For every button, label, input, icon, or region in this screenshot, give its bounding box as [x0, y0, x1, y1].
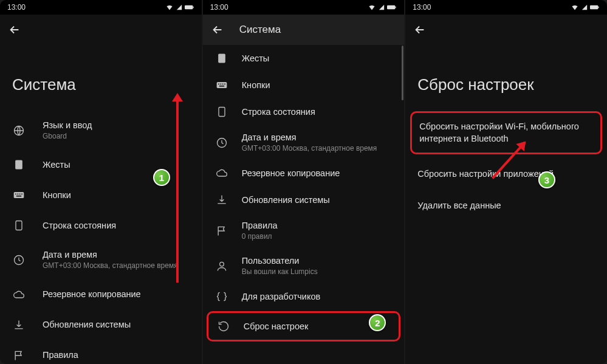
list-item-update[interactable]: Обновления системы: [0, 310, 202, 340]
signal-icon: [379, 4, 385, 11]
clock-icon: [12, 253, 26, 267]
list-item-buttons[interactable]: Кнопки: [0, 180, 202, 210]
download-icon: [215, 193, 228, 207]
item-label: Правила: [43, 349, 78, 361]
item-label: Кнопки: [242, 80, 270, 91]
keyboard-icon: [12, 188, 26, 202]
svg-rect-5: [15, 194, 16, 195]
wifi-icon: [368, 4, 376, 11]
battery-icon: [387, 4, 397, 10]
list-item-statusbar[interactable]: Строка состояния: [203, 98, 405, 125]
svg-rect-9: [16, 196, 21, 197]
list-item-language[interactable]: Язык и вводGboard: [0, 111, 202, 149]
settings-list: Язык и вводGboard Жесты Кнопки Строка со…: [0, 111, 202, 364]
svg-rect-24: [590, 5, 598, 10]
list-item-reset-network[interactable]: Сбросить настройки Wi-Fi, мобильного инт…: [410, 111, 602, 154]
status-icons: [165, 4, 194, 11]
flag-icon: [12, 349, 26, 362]
svg-rect-0: [185, 5, 193, 10]
item-label: Жесты: [242, 53, 270, 64]
item-label: Кнопки: [43, 190, 71, 201]
svg-rect-10: [16, 221, 22, 230]
svg-rect-18: [222, 84, 224, 85]
list-item-rules[interactable]: Правила0 правил: [203, 213, 405, 248]
svg-rect-15: [216, 82, 227, 88]
toolbar: [0, 15, 202, 45]
braces-icon: [215, 290, 228, 303]
svg-rect-19: [224, 84, 225, 85]
item-sublabel: GMT+03:00 Москва, стандартное время: [242, 144, 377, 154]
flag-icon: [215, 224, 228, 238]
svg-rect-3: [15, 160, 22, 170]
toolbar: [405, 15, 607, 45]
scroll-indicator: [402, 46, 403, 100]
list-item-backup[interactable]: Резервное копирование: [0, 280, 202, 310]
svg-rect-4: [14, 192, 24, 198]
back-button[interactable]: [7, 22, 22, 37]
status-time: 13:00: [210, 3, 228, 12]
item-label: Сбросить настройки приложений: [417, 169, 554, 179]
download-icon: [12, 318, 26, 332]
svg-rect-21: [219, 108, 225, 117]
svg-rect-6: [18, 194, 19, 195]
reset-icon: [217, 320, 230, 333]
item-label: Строка состояния: [43, 220, 116, 232]
annotation-badge-1: 1: [153, 169, 170, 186]
screenshot-panel-1: 13:00 Система Язык и вводGboard Жесты Кн…: [0, 0, 202, 364]
list-item-backup[interactable]: Резервное копирование: [203, 160, 405, 187]
back-button[interactable]: [413, 22, 427, 37]
page-title: Система: [0, 45, 202, 111]
item-label: Для разработчиков: [242, 291, 321, 303]
cloud-icon: [215, 167, 228, 180]
item-sublabel: Gboard: [43, 132, 92, 142]
list-item-developer[interactable]: Для разработчиков: [203, 283, 405, 310]
clock-icon: [215, 136, 228, 149]
svg-rect-17: [220, 84, 221, 85]
globe-icon: [12, 124, 26, 137]
item-label: Пользователи: [242, 255, 318, 267]
status-time: 13:00: [413, 3, 431, 12]
reset-options-list: Сбросить настройки Wi-Fi, мобильного инт…: [405, 111, 607, 364]
screenshot-panel-2: 13:00 Система Жесты Кнопки Строка состоя…: [203, 0, 405, 364]
item-label: Сбросить настройки Wi-Fi, мобильного инт…: [419, 122, 579, 143]
list-item-users[interactable]: ПользователиВы вошли как Lumpics: [203, 249, 405, 283]
svg-rect-13: [396, 7, 396, 9]
list-item-datetime[interactable]: Дата и времяGMT+03:00 Москва, стандартно…: [0, 241, 202, 279]
list-item-datetime[interactable]: Дата и времяGMT+03:00 Москва, стандартно…: [203, 125, 405, 160]
item-label: Обновления системы: [242, 194, 330, 206]
svg-rect-12: [387, 5, 395, 10]
item-sublabel: Вы вошли как Lumpics: [242, 267, 318, 277]
status-time: 13:00: [7, 3, 26, 12]
list-item-statusbar[interactable]: Строка состояния: [0, 210, 202, 241]
item-sublabel: GMT+03:00 Москва, стандартное время: [43, 261, 178, 271]
svg-rect-14: [218, 54, 225, 63]
cloud-icon: [12, 288, 26, 301]
item-label: Дата и время: [43, 249, 178, 261]
phone-outline-icon: [215, 105, 228, 118]
wifi-icon: [165, 4, 174, 11]
list-item-update[interactable]: Обновления системы: [203, 187, 405, 213]
item-label: Строка состояния: [242, 106, 315, 118]
user-icon: [215, 259, 228, 273]
keyboard-icon: [215, 78, 228, 92]
item-label: Резервное копирование: [43, 289, 141, 300]
svg-rect-20: [219, 86, 224, 87]
item-label: Резервное копирование: [242, 168, 340, 179]
back-button[interactable]: [210, 22, 225, 37]
item-label: Удалить все данные: [417, 201, 501, 210]
phone-outline-icon: [12, 219, 26, 232]
list-item-rules[interactable]: Правила: [0, 340, 202, 364]
list-item-gestures[interactable]: Жесты: [203, 45, 405, 72]
item-label: Язык и ввод: [43, 120, 92, 131]
item-label: Жесты: [43, 159, 70, 171]
svg-rect-8: [21, 194, 22, 195]
list-item-erase-all[interactable]: Удалить все данные: [405, 190, 607, 221]
list-item-buttons[interactable]: Кнопки: [203, 72, 405, 98]
svg-rect-7: [19, 194, 21, 195]
svg-rect-16: [218, 84, 219, 85]
item-label: Правила: [242, 220, 278, 232]
item-sublabel: 0 правил: [242, 232, 278, 242]
toolbar-title: Система: [239, 24, 281, 36]
list-item-gestures[interactable]: Жесты: [0, 149, 202, 180]
item-label: Сброс настроек: [244, 321, 309, 332]
